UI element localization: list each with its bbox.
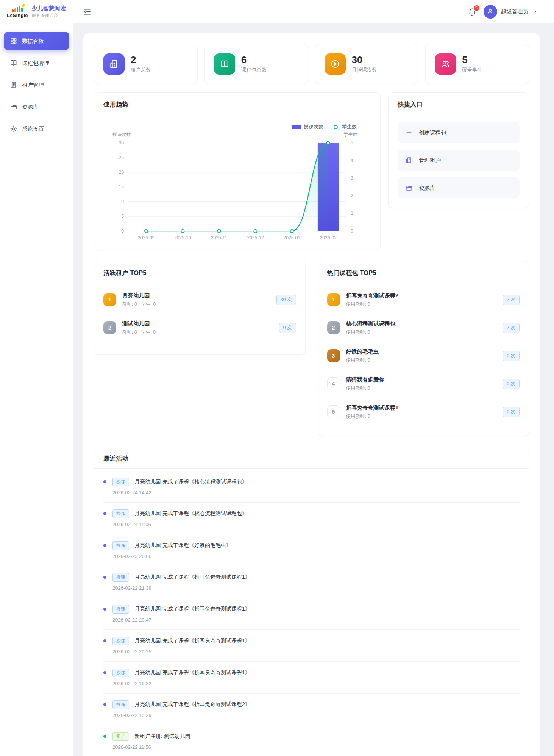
quick-entry-resource-library[interactable]: 资源库 <box>398 177 520 198</box>
activity-time: 2026-02-22 11:56 <box>112 744 190 750</box>
svg-text:0: 0 <box>121 228 124 234</box>
svg-text:2: 2 <box>351 193 353 198</box>
students-icon <box>440 59 450 69</box>
app-header: 5 超级管理员 <box>73 0 554 23</box>
menu-fold-icon[interactable] <box>83 7 92 16</box>
package-row: 2 核心流程测试课程包 使用教师: 0 2 次 <box>327 314 520 342</box>
sidebar-item-label: 资源库 <box>22 103 39 111</box>
sidebar-item-label: 系统设置 <box>22 125 44 133</box>
legend-label: 授课次数 <box>304 123 323 130</box>
activity-type-badge: 授课 <box>112 700 129 709</box>
stat-label: 月授课次数 <box>352 67 378 73</box>
activity-text: 月亮幼儿园 完成了课程《折耳兔奇奇测试课程1》 <box>134 574 250 581</box>
package-name: 猜猜我有多爱你 <box>346 376 497 383</box>
sidebar-item-settings[interactable]: 系统设置 <box>4 120 69 138</box>
activity-dot <box>103 512 106 515</box>
open-book-icon <box>220 59 229 69</box>
activity-text: 月亮幼儿园 完成了课程《折耳兔奇奇测试课程2》 <box>134 701 250 708</box>
package-name: 好饿的毛毛虫 <box>346 348 497 355</box>
activity-time: 2026-02-23 20:06 <box>112 553 231 559</box>
play-circle-icon <box>330 59 340 69</box>
package-name: 折耳兔奇奇测试课程1 <box>346 404 497 411</box>
notification-bell[interactable]: 5 <box>468 7 477 16</box>
activity-type-badge: 授课 <box>112 637 129 645</box>
sidebar-item-resources[interactable]: 资源库 <box>4 98 69 116</box>
sidebar: LeSingle 少儿智慧阅读 服务管理后台 数据看板 课程包管理 租户管理 <box>0 0 73 756</box>
dashboard-icon <box>10 37 17 45</box>
activity-text: 月亮幼儿园 完成了课程《核心流程测试课程包》 <box>134 478 247 485</box>
usage-trend-card: 使用趋势 授课次数学生数 051015202530012345授课次数学生数20… <box>94 92 381 250</box>
activity-type-badge: 授课 <box>112 509 129 518</box>
sidebar-item-course-packages[interactable]: 课程包管理 <box>4 54 69 72</box>
svg-text:学生数: 学生数 <box>343 132 357 137</box>
user-name: 超级管理员 <box>501 8 529 15</box>
sidebar-item-label: 课程包管理 <box>22 59 50 67</box>
main-area: 2 租户总数 6 课程包总数 30 <box>73 23 554 756</box>
hot-packages-list: 1 折耳兔奇奇测试课程2 使用教师: 0 2 次 2 核心流 <box>318 283 529 436</box>
hot-packages-card: 热门课程包 TOP5 1 折耳兔奇奇测试课程2 使用教师: 0 2 次 <box>318 261 529 436</box>
brand-subtitle: 服务管理后台 <box>32 13 66 19</box>
rank-badge: 1 <box>327 293 340 306</box>
sidebar-item-dashboard[interactable]: 数据看板 <box>4 32 69 50</box>
quick-entry-manage-tenants[interactable]: 管理租户 <box>398 150 520 171</box>
activity-type-badge: 授课 <box>112 669 129 677</box>
brand: LeSingle 少儿智慧阅读 服务管理后台 <box>0 0 73 23</box>
sidebar-item-tenants[interactable]: 租户管理 <box>4 76 69 94</box>
svg-text:15: 15 <box>119 184 124 189</box>
quick-entry-create-package[interactable]: 创建课程包 <box>398 122 520 143</box>
svg-text:5: 5 <box>351 140 353 145</box>
svg-text:1: 1 <box>351 211 353 216</box>
chart-legend: 授课次数学生数 <box>103 120 371 130</box>
rank-badge: 5 <box>327 405 340 418</box>
package-row: 4 猜猜我有多爱你 使用教师: 0 0 次 <box>327 370 520 398</box>
svg-text:2025-10: 2025-10 <box>174 235 191 241</box>
stat-card-icon <box>103 53 125 75</box>
activity-row: 授课 月亮幼儿园 完成了课程《核心流程测试课程包》 2026-02-24 11:… <box>103 503 520 534</box>
svg-text:30: 30 <box>119 140 124 145</box>
usage-count-badge: 2 次 <box>503 323 520 333</box>
package-name: 核心流程测试课程包 <box>346 320 497 327</box>
activity-time: 2026-02-24 14:42 <box>112 490 247 495</box>
tenant-row: 1 月亮幼儿园 教师: 0 | 学生: 0 30 次 <box>103 286 296 314</box>
stat-value: 5 <box>462 55 482 66</box>
activity-row: 授课 月亮幼儿园 完成了课程《折耳兔奇奇测试课程1》 2026-02-22 20… <box>103 598 520 630</box>
activity-row: 授课 月亮幼儿园 完成了课程《折耳兔奇奇测试课程1》 2026-02-22 21… <box>103 566 520 598</box>
activity-time: 2026-02-22 20:47 <box>112 617 250 623</box>
activity-text: 月亮幼儿园 完成了课程《好饿的毛毛虫》 <box>134 542 231 549</box>
book-icon <box>10 59 17 67</box>
package-meta: 使用教师: 0 <box>346 329 497 336</box>
activity-time: 2026-02-22 21:39 <box>112 585 250 591</box>
user-menu[interactable]: 超级管理员 <box>484 5 538 19</box>
rank-badge: 2 <box>327 321 340 334</box>
package-meta: 使用教师: 0 <box>346 413 497 420</box>
legend-item-bar[interactable]: 授课次数 <box>292 123 323 130</box>
activity-dot <box>103 576 106 579</box>
svg-text:2025-12: 2025-12 <box>247 235 264 241</box>
package-name: 折耳兔奇奇测试课程2 <box>346 292 497 299</box>
folder-icon <box>405 184 413 192</box>
usage-trend-title: 使用趋势 <box>94 93 380 114</box>
quick-entry-card: 快捷入口 创建课程包 管理租户 <box>388 92 529 208</box>
stat-card-icon <box>325 53 346 75</box>
hot-packages-title: 热门课程包 TOP5 <box>318 261 529 283</box>
activity-text: 月亮幼儿园 完成了课程《折耳兔奇奇测试课程1》 <box>134 606 250 612</box>
dashboard-panel: 2 租户总数 6 课程包总数 30 <box>83 33 540 756</box>
quick-entry-list: 创建课程包 管理租户 资源库 <box>389 114 529 208</box>
quick-entry-label: 管理租户 <box>419 157 441 164</box>
svg-text:4: 4 <box>351 158 353 163</box>
activity-row: 授课 月亮幼儿园 完成了课程《核心流程测试课程包》 2026-02-24 14:… <box>103 471 520 503</box>
activity-row: 租户 新租户注册: 测试幼儿园 2026-02-22 11:56 <box>103 725 520 756</box>
legend-item-line[interactable]: 学生数 <box>331 123 357 130</box>
brand-title: 少儿智慧阅读 <box>32 5 66 12</box>
stat-card: 6 课程包总数 <box>204 44 308 84</box>
active-tenants-list: 1 月亮幼儿园 教师: 0 | 学生: 0 30 次 2 测 <box>94 283 305 354</box>
svg-text:授课次数: 授课次数 <box>112 132 131 137</box>
activity-text: 月亮幼儿园 完成了课程《折耳兔奇奇测试课程1》 <box>134 637 250 644</box>
stat-value: 6 <box>241 55 267 66</box>
stat-card: 30 月授课次数 <box>315 44 419 84</box>
quick-entry-label: 创建课程包 <box>419 129 446 136</box>
stat-cards: 2 租户总数 6 课程包总数 30 <box>94 44 529 84</box>
brand-logo-text: LeSingle <box>7 12 28 18</box>
activity-time: 2026-02-24 11:06 <box>112 522 247 527</box>
svg-text:0: 0 <box>351 228 353 234</box>
